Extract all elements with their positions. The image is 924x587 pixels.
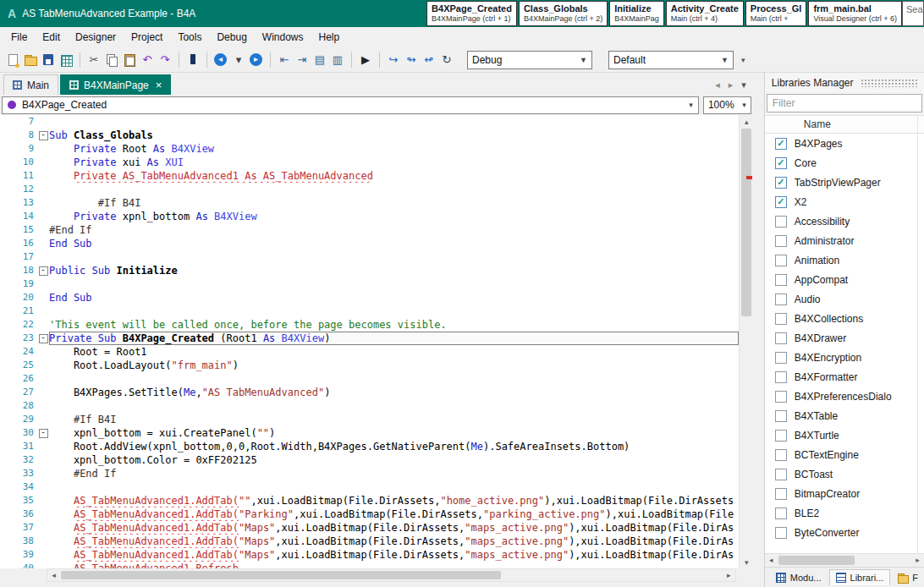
library-item-b4xdrawer[interactable]: B4XDrawer [765, 328, 924, 348]
new-file-icon[interactable] [5, 52, 20, 68]
code-line-text[interactable]: #End If [49, 467, 739, 480]
horizontal-scrollbar-thumb[interactable] [61, 571, 501, 579]
code-line-text[interactable] [49, 250, 739, 264]
library-horizontal-scrollbar[interactable]: ◂ ▸ [765, 553, 924, 567]
code-line-text[interactable]: Sub Class_Globals [49, 129, 739, 142]
code-line-text[interactable] [49, 399, 739, 413]
zoom-dropdown[interactable]: 100% ▾ [703, 96, 751, 114]
scroll-left-icon[interactable]: ◂ [47, 569, 60, 581]
step-over-icon[interactable]: ↬ [404, 52, 419, 68]
code-line-text[interactable] [49, 115, 739, 129]
scroll-down-icon[interactable]: ▾ [740, 556, 753, 568]
panel-tab-libraries[interactable]: Librari... [829, 569, 891, 585]
quick-tab-class_globals[interactable]: Class_GlobalsB4XMainPage (ctrl + 2) [519, 1, 608, 26]
library-checkbox[interactable] [775, 313, 787, 325]
library-item-appcompat[interactable]: AppCompat [765, 270, 924, 289]
library-checkbox[interactable] [775, 332, 787, 344]
library-item-b4xcollections[interactable]: B4XCollections [765, 309, 924, 328]
step-out-icon[interactable]: ↫ [421, 52, 437, 68]
library-list-header[interactable]: Name [765, 115, 924, 134]
library-checkbox[interactable] [775, 430, 787, 442]
menu-tools[interactable]: Tools [170, 28, 209, 47]
redo-icon[interactable]: ↷ [157, 52, 173, 68]
library-filter-input[interactable] [767, 94, 922, 112]
scroll-tabs-right-icon[interactable]: ▸ [729, 80, 734, 91]
code-line-text[interactable]: B4XPages.SetTitle(Me,"AS TabMenuAdvanced… [49, 386, 739, 399]
code-area[interactable]: 78Sub Class_Globals9 Private Root As B4X… [0, 115, 739, 568]
code-line-text[interactable]: xpnl_bottom.Color = 0xFF202125 [49, 453, 739, 467]
editor-tab-b4xmainpage[interactable]: B4XMainPage× [60, 74, 171, 95]
library-item-bctextengine[interactable]: BCTextEngine [765, 445, 924, 464]
library-item-accessibility[interactable]: Accessibility [765, 211, 924, 231]
library-checkbox[interactable] [775, 235, 787, 247]
navigate-back-caret-icon[interactable]: ▾ [231, 52, 246, 68]
library-item-core[interactable]: ✓Core [765, 153, 924, 173]
quick-tab-initialize[interactable]: InitializeB4XMainPag [609, 1, 664, 26]
library-item-byteconverter[interactable]: ByteConverter [765, 523, 924, 542]
code-line-text[interactable]: AS_TabMenuAdvanced1.AddTab("Maps",xui.Lo… [49, 521, 739, 535]
code-line-text[interactable] [49, 304, 739, 318]
code-line-text[interactable]: #End If [49, 223, 739, 237]
library-scrollbar-thumb[interactable] [778, 556, 855, 565]
library-checkbox[interactable] [775, 216, 787, 228]
library-item-audio[interactable]: Audio [765, 289, 924, 309]
code-line-text[interactable]: Root.LoadLayout("frm_main") [49, 359, 739, 372]
quick-tab-frm_main-bal[interactable]: frm_main.balVisual Designer (ctrl + 6) [808, 1, 902, 26]
horizontal-scrollbar[interactable]: ◂ ▸ [47, 568, 736, 582]
code-line-text[interactable]: End Sub [49, 291, 739, 304]
code-line-text[interactable] [49, 183, 739, 196]
code-line-text[interactable] [49, 480, 739, 494]
library-checkbox[interactable] [775, 294, 787, 305]
fold-toggle-icon[interactable] [37, 264, 49, 277]
default-option-dropdown[interactable]: Default ▼ [608, 51, 734, 69]
code-line-text[interactable]: #If B4I [49, 196, 739, 210]
quick-tab-activity_create[interactable]: Activity_CreateMain (ctrl + 4) [666, 1, 744, 26]
scroll-right-icon[interactable]: ▸ [723, 569, 735, 581]
sub-selector-dropdown[interactable]: B4XPage_Created ▾ [2, 96, 699, 114]
navigate-forward-icon[interactable] [249, 52, 264, 68]
save-icon[interactable] [41, 52, 56, 68]
library-item-b4xtable[interactable]: B4XTable [765, 406, 924, 425]
restart-icon[interactable]: ↻ [439, 52, 454, 68]
code-line-text[interactable]: AS_TabMenuAdvanced1.AddTab("",xui.LoadBi… [49, 494, 739, 507]
scroll-right-icon[interactable]: ▸ [911, 554, 924, 566]
quick-tab-b4xpage_created[interactable]: B4XPage_CreatedB4XMainPage (ctrl + 1) [426, 1, 517, 26]
library-checkbox[interactable] [775, 352, 787, 364]
undo-icon[interactable]: ↶ [140, 52, 155, 68]
search-box[interactable]: Sea [902, 1, 924, 26]
paste-icon[interactable] [122, 52, 137, 68]
panel-splitter[interactable] [753, 73, 764, 587]
library-item-b4xformatter[interactable]: B4XFormatter [765, 367, 924, 387]
library-checkbox[interactable] [775, 488, 787, 500]
code-line-text[interactable]: Private xpnl_bottom As B4XView [49, 210, 739, 223]
library-checkbox[interactable]: ✓ [775, 157, 787, 169]
code-line-text[interactable]: Root.AddView(xpnl_bottom,0,0,Root.Width,… [49, 440, 739, 453]
library-item-b4xencryption[interactable]: B4XEncryption [765, 348, 924, 367]
library-item-administrator[interactable]: Administrator [765, 231, 924, 250]
open-project-icon[interactable] [23, 52, 38, 68]
outdent-icon[interactable]: ⇤ [277, 52, 292, 68]
code-line-text[interactable]: #If B4I [49, 413, 739, 426]
code-line-text[interactable]: AS_TabMenuAdvanced1.AddTab("Maps",xui.Lo… [49, 535, 739, 548]
menu-file[interactable]: File [3, 28, 35, 47]
code-line-text[interactable]: AS_TabMenuAdvanced1.AddTab("Maps",xui.Lo… [49, 548, 739, 562]
menu-windows[interactable]: Windows [255, 28, 311, 47]
panel-tab-modules[interactable]: Modu... [770, 570, 828, 585]
library-checkbox[interactable] [775, 527, 787, 539]
library-item-b4xpreferencesdialo[interactable]: B4XPreferencesDialo [765, 387, 924, 406]
build-configuration-dropdown[interactable]: Debug ▼ [467, 51, 592, 69]
code-line-text[interactable]: Private Root As B4XView [49, 142, 739, 156]
close-tab-icon[interactable]: × [156, 79, 162, 91]
code-line-text[interactable]: Root = Root1 [49, 345, 739, 359]
code-line-text[interactable]: AS_TabMenuAdvanced1.AddTab("Parking",xui… [49, 507, 739, 521]
library-item-b4xturtle[interactable]: B4XTurtle [765, 425, 924, 445]
vertical-scrollbar-thumb[interactable] [741, 129, 751, 316]
library-checkbox[interactable] [775, 469, 787, 480]
code-line-text[interactable]: AS_TabMenuAdvanced1.Refresh [49, 562, 739, 568]
scroll-left-icon[interactable]: ◂ [765, 554, 778, 566]
menu-help[interactable]: Help [311, 28, 348, 47]
panel-tab-folder[interactable]: F [892, 570, 924, 585]
code-line-text[interactable]: 'This event will be called once, before … [49, 318, 739, 332]
designer-grid-icon[interactable] [58, 52, 74, 68]
library-checkbox[interactable]: ✓ [775, 177, 787, 189]
